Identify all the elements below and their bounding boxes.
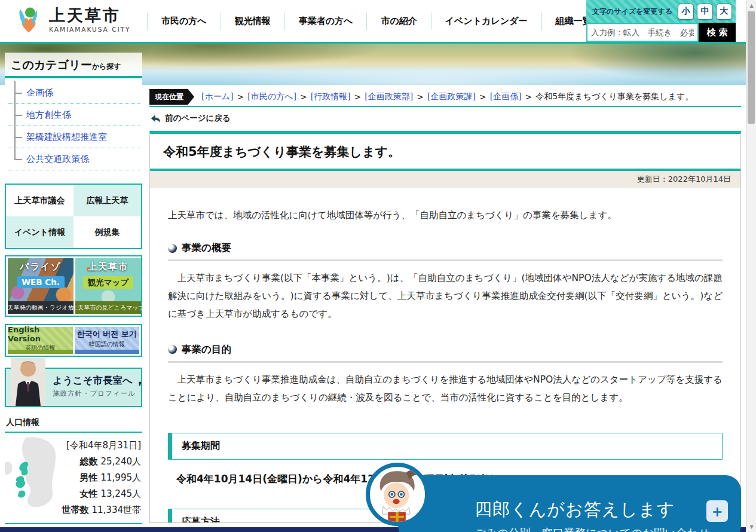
back-link-label: 前のページに戻る: [165, 113, 231, 124]
sidebar-item-chihososei[interactable]: 地方創生係: [8, 104, 140, 126]
header-divider: [0, 42, 746, 44]
category-link[interactable]: 地方創生係: [26, 109, 71, 120]
nav-item-event-calendar[interactable]: イベントカレンダー: [431, 13, 542, 30]
mayor-room-banner[interactable]: ようこそ市長室へ， 施政方針・プロフィール: [5, 368, 142, 407]
breadcrumb-separator: >: [237, 92, 244, 102]
breadcrumb-separator: >: [479, 92, 486, 102]
chatbot-title: 四郎くんがお答えします: [475, 498, 675, 522]
mayor-banner-subtitle: 施政方針・プロフィール: [53, 389, 141, 398]
quick-link-koho[interactable]: 広報上天草: [74, 185, 141, 216]
banner-title: English Version: [8, 325, 73, 343]
font-size-medium-button[interactable]: 中: [697, 4, 713, 20]
section-title: 事業の概要: [182, 241, 231, 255]
breadcrumb-link-kikakuseisakuka[interactable]: [企画政策課]: [427, 91, 476, 102]
breadcrumb-link-home[interactable]: [ホーム]: [201, 91, 234, 102]
search-button[interactable]: 検索: [699, 23, 736, 42]
mayor-photo: [11, 358, 45, 406]
nav-item-tourism[interactable]: 観光情報: [221, 13, 285, 30]
section-bullet-icon: [168, 244, 177, 253]
category-link[interactable]: 架橋建設構想推進室: [26, 132, 107, 142]
mascot-character-icon: [370, 467, 425, 522]
chatbot-banner: 四郎くんがお答えします ごみの分別・窓口業務についてのお問い合わせ ＋: [366, 455, 746, 532]
chatbot-subtitle: ごみの分別・窓口業務についてのお問い合わせ: [475, 525, 710, 532]
category-link[interactable]: 企画係: [26, 87, 53, 98]
font-size-label: 文字のサイズを変更する: [592, 7, 675, 17]
quote-mark: ，: [133, 371, 147, 387]
expand-icon[interactable]: ＋: [706, 500, 728, 522]
sidebar: このカテゴリー から探す 企画係 地方創生係 架橋建設構想推進室 公共交通政策係…: [5, 53, 142, 532]
global-nav: 市民の方へ 観光情報 事業者の方へ 市の紹介 イベントカレンダー 組織一覧: [147, 0, 606, 42]
banner-subtitle: 英語の情報: [25, 344, 55, 352]
breadcrumb-separator: >: [525, 92, 532, 102]
korean-version-banner[interactable]: 한국어 버전 보기 韓国語の情報: [75, 327, 140, 354]
back-to-previous-link[interactable]: 前のページに戻る: [151, 112, 741, 124]
nav-item-citizens[interactable]: 市民の方へ: [147, 13, 221, 30]
language-banner-box: English Version 英語の情報 한국어 버전 보기 韓国語の情報: [5, 324, 142, 357]
section-heading-overview: 事業の概要: [168, 241, 723, 255]
sidebar-item-kotsu[interactable]: 公共交通政策係: [8, 148, 140, 170]
section-bullet-icon: [168, 345, 177, 354]
banner-text: 上天草市: [75, 261, 141, 273]
quick-link-council[interactable]: 上天草市議会: [6, 185, 74, 216]
nav-item-business[interactable]: 事業者の方へ: [285, 13, 368, 30]
back-arrow-icon: [151, 114, 161, 123]
page: 上天草市 KAMIAMAKUSA CITY 市民の方へ 観光情報 事業者の方へ …: [0, 0, 756, 532]
quick-links-box: 上天草市議会 広報上天草 イベント情報 例規集: [5, 184, 142, 249]
section-paragraph: 上天草市まちづくり事業(以下「本事業」という。)は、「自助自立のまちづくり」(地…: [168, 269, 723, 323]
scroll-down-icon[interactable]: ▼: [746, 522, 756, 531]
font-size-large-button[interactable]: 大: [716, 4, 732, 20]
sidebar-item-kakyokensetsu[interactable]: 架橋建設構想推進室: [8, 126, 140, 148]
population-data: [令和4年8月31日] 総数25,240人 男性11,995人 女性13,245…: [56, 436, 142, 518]
section-title: 事業の目的: [182, 343, 231, 356]
search-input[interactable]: [586, 23, 699, 42]
banner-chip: WEB Ch.: [17, 276, 65, 288]
breadcrumb-link-gyosei[interactable]: [行政情報]: [311, 91, 351, 102]
breadcrumb-link-kikakukakari[interactable]: [企画係]: [490, 91, 522, 102]
category-title: このカテゴリー: [11, 57, 92, 73]
site-header: 上天草市 KAMIAMAKUSA CITY 市民の方へ 観光情報 事業者の方へ …: [0, 0, 746, 42]
divider: [168, 259, 723, 261]
quick-link-reikishu[interactable]: 例規集: [74, 216, 141, 248]
site-logo[interactable]: 上天草市 KAMIAMAKUSA CITY: [14, 5, 130, 34]
nav-item-about-city[interactable]: 市の紹介: [367, 13, 431, 30]
section-paragraph: 上天草市まちづくり事業推進助成金は、自助自立のまちづくりを推進する地域団体やNP…: [168, 371, 723, 406]
mayor-banner-title: ようこそ市長室へ: [53, 375, 133, 386]
breadcrumb-label: 現在位置: [149, 89, 194, 105]
mayor-banner-text: ようこそ市長室へ， 施政方針・プロフィール: [53, 369, 141, 398]
category-header: このカテゴリー から探す: [5, 53, 142, 78]
breadcrumb-link-citizens[interactable]: [市民の方へ]: [247, 91, 296, 102]
city-logo-icon: [14, 5, 43, 34]
breadcrumb-current-page: 令和5年度まちづくり事業を募集します。: [535, 91, 693, 102]
updated-date-bar: 更新日：2022年10月14日: [150, 171, 740, 188]
city-map-graphic: [5, 436, 56, 514]
breadcrumb-link-kikakuseisakubu[interactable]: [企画政策部]: [365, 91, 413, 102]
population-row: 世帯数11,334世帯: [56, 502, 141, 518]
page-title: 令和5年度まちづくり事業を募集します。: [150, 134, 740, 169]
banner-title: 한국어 버전 보기: [77, 329, 137, 340]
population-block: [令和4年8月31日] 総数25,240人 男性11,995人 女性13,245…: [5, 433, 142, 523]
quick-link-events[interactable]: イベント情報: [6, 216, 74, 248]
scrollbar[interactable]: ▲ ▼: [746, 0, 756, 532]
intro-paragraph: 上天草市では、地域の活性化に向けて地域団体等が行う、「自助自立のまちづくり」の事…: [168, 209, 723, 222]
divider: [168, 361, 723, 363]
sightseeing-map-banner[interactable]: 上天草市 観光マップ 上天草市の見どころマップ: [75, 258, 141, 314]
english-version-banner[interactable]: English Version 英語の情報: [8, 327, 73, 354]
scroll-up-icon[interactable]: ▲: [746, 1, 756, 10]
media-banner-box: パライゾ WEB Ch. 上天草発の動画・ラジオ放送 上天草市 観光マップ 上天…: [5, 255, 142, 317]
banner-caption: 上天草市の見どころマップ: [75, 301, 141, 314]
banner-strip: [75, 350, 140, 354]
web-channel-image: パライゾ WEB Ch.: [8, 258, 74, 301]
updated-date: 更新日：2022年10月14日: [637, 175, 731, 184]
category-link[interactable]: 公共交通政策係: [26, 154, 89, 164]
font-size-small-button[interactable]: 小: [678, 4, 694, 20]
population-row: 男性11,995人: [56, 470, 141, 486]
web-channel-banner[interactable]: パライゾ WEB Ch. 上天草発の動画・ラジオ放送: [8, 258, 74, 314]
divider: [5, 523, 142, 524]
sidebar-item-kikaku[interactable]: 企画係: [8, 82, 140, 104]
scrollbar-thumb[interactable]: [748, 11, 755, 124]
breadcrumb-separator: >: [354, 92, 362, 102]
chatbot-panel[interactable]: 四郎くんがお答えします ごみの分別・窓口業務についてのお問い合わせ ＋: [398, 475, 741, 532]
breadcrumb: 現在位置 [ホーム] > [市民の方へ] > [行政情報] > [企画政策部] …: [149, 90, 741, 104]
shiro-kun-avatar[interactable]: [366, 463, 429, 526]
font-size-widget: 文字のサイズを変更する 小 中 大: [586, 0, 736, 23]
